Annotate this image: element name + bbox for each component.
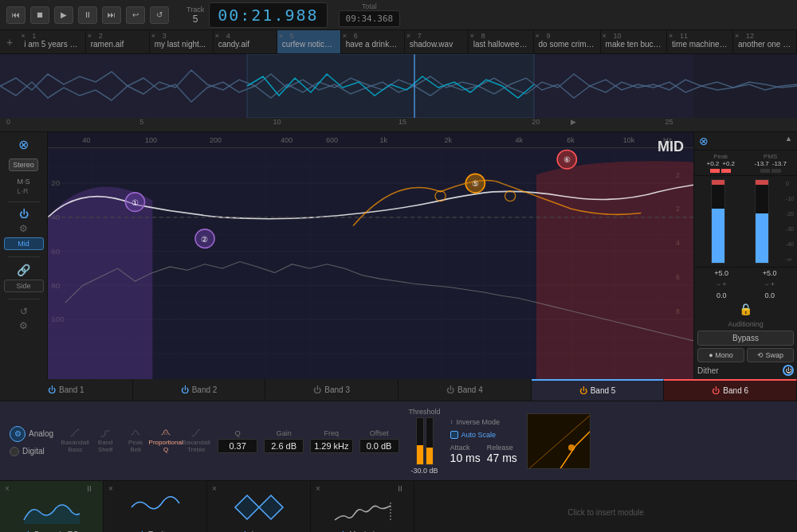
track-item-9[interactable]: × 9 do some crime...: [534, 30, 601, 53]
offset-value[interactable]: 0.0 dB: [359, 439, 399, 453]
module-maximizer[interactable]: × ⏸ ⏻ Maximizer: [311, 481, 414, 532]
bypass-button[interactable]: Bypass: [697, 331, 794, 346]
right-meter-bar[interactable]: [755, 179, 769, 264]
track-item-3[interactable]: × 3 my last night...: [150, 30, 214, 53]
play-button[interactable]: ▶: [54, 6, 73, 24]
track-item-1[interactable]: × 1 i am 5 years ol...: [19, 30, 85, 53]
track-name-2: ramen.aif: [91, 40, 144, 49]
track-item-7[interactable]: × 7 shadow.wav: [405, 30, 469, 53]
left-meter-bar[interactable]: [711, 179, 725, 264]
reset-icon[interactable]: ↺: [20, 306, 28, 317]
module-close-maximizer[interactable]: ×: [316, 484, 320, 493]
release-label: Release: [487, 444, 517, 452]
module-placeholder[interactable]: Click to insert module: [414, 481, 797, 532]
track-item-6[interactable]: × 6 have a drink.aif: [341, 30, 405, 53]
track-close-11[interactable]: ×: [669, 32, 673, 40]
waveform-area[interactable]: [0, 54, 797, 118]
stop-button[interactable]: ⏹: [30, 6, 49, 24]
gain-plus-left[interactable]: +: [722, 280, 726, 288]
module-pause-dynamic-eq[interactable]: ⏸: [85, 484, 93, 493]
track-close-6[interactable]: ×: [343, 32, 347, 40]
band-tab-6[interactable]: ⏻ Band 6: [664, 379, 797, 401]
side-button[interactable]: Side: [4, 280, 44, 292]
settings2-icon[interactable]: ⚙: [19, 320, 28, 331]
power-icon-main[interactable]: ⏻: [19, 209, 29, 220]
eq-display[interactable]: 40 100 200 400 600 1k 2k 4k 6k 10k Hz MI…: [48, 132, 693, 379]
track-item-4[interactable]: × 4 candy.aif: [214, 30, 277, 53]
side-link-icon[interactable]: 🔗: [17, 264, 30, 276]
analog-option[interactable]: ⚙ Analog: [10, 426, 53, 442]
analog-icon[interactable]: ⚙: [10, 426, 26, 442]
mid-button[interactable]: Mid: [4, 237, 44, 250]
auto-scale-checkbox[interactable]: [450, 431, 458, 439]
track-close-4[interactable]: ×: [215, 32, 219, 40]
module-pause-maximizer[interactable]: ⏸: [396, 484, 404, 493]
band4-power-icon[interactable]: ⏻: [446, 385, 454, 394]
band6-power-icon[interactable]: ⏻: [712, 386, 720, 395]
gain-value[interactable]: 2.6 dB: [264, 439, 304, 453]
module-close-dynamic-eq[interactable]: ×: [5, 484, 10, 493]
rewind-button[interactable]: ⏮: [6, 6, 26, 24]
freq-value[interactable]: 1.29 kHz: [310, 439, 352, 453]
shape-proportional-q[interactable]: ProportionalQ: [154, 429, 178, 453]
track-item-11[interactable]: × 11 time machine.aif: [667, 30, 733, 53]
track-item-10[interactable]: × 10 make ten buck...: [601, 30, 667, 53]
band-tab-2[interactable]: ⏻ Band 2: [133, 379, 266, 401]
track-item-12[interactable]: × 12 another one f...: [733, 30, 797, 53]
band1-power-icon[interactable]: ⏻: [48, 385, 56, 394]
band5-power-icon[interactable]: ⏻: [579, 386, 587, 395]
mono-button[interactable]: ● Mono: [697, 348, 744, 362]
release-param: Release 47 ms: [487, 444, 517, 464]
track-item-8[interactable]: × 8 last halloween...: [469, 30, 534, 53]
module-close-exciter[interactable]: ×: [108, 484, 113, 493]
shape-peak-bell[interactable]: PeakBell: [124, 429, 147, 453]
inverse-mode-toggle[interactable]: ↕ Inverse Mode: [450, 418, 517, 426]
auto-scale-toggle[interactable]: Auto Scale: [450, 431, 517, 439]
gain-minus-left[interactable]: −: [717, 280, 720, 288]
track-close-12[interactable]: ×: [735, 32, 739, 40]
stereo-icon[interactable]: ⊗: [18, 137, 29, 152]
q-value[interactable]: 0.37: [218, 439, 257, 453]
loop-button[interactable]: ↩: [126, 6, 145, 24]
module-dynamic-eq[interactable]: × ⏸ ⏻ Dynamic EQ: [0, 481, 104, 532]
band-tab-3[interactable]: ⏻ Band 3: [265, 379, 398, 401]
pause-button[interactable]: ⏸: [78, 6, 97, 24]
track-close-1[interactable]: ×: [21, 32, 25, 40]
shape-baxandall-treble[interactable]: BaxandallTreble: [184, 429, 208, 453]
digital-option[interactable]: Digital: [10, 447, 53, 456]
gain-plus-right[interactable]: +: [771, 280, 775, 288]
band2-power-icon[interactable]: ⏻: [181, 385, 189, 394]
repeat-button[interactable]: ↺: [150, 6, 169, 24]
track-close-7[interactable]: ×: [406, 32, 410, 40]
stereo-link-icon[interactable]: ⊗: [699, 135, 709, 147]
track-close-5[interactable]: ×: [279, 32, 283, 40]
swap-button[interactable]: ⟲ Swap: [747, 348, 794, 362]
band-tab-5[interactable]: ⏻ Band 5: [532, 379, 665, 401]
track-close-9[interactable]: ×: [536, 32, 540, 40]
track-close-8[interactable]: ×: [470, 32, 474, 40]
release-value[interactable]: 47 ms: [487, 452, 517, 464]
band-tab-1[interactable]: ⏻ Band 1: [0, 379, 133, 401]
track-close-3[interactable]: ×: [151, 32, 155, 40]
band-tab-4[interactable]: ⏻ Band 4: [398, 379, 532, 401]
track-item-2[interactable]: × 2 ramen.aif: [86, 30, 150, 53]
track-close-2[interactable]: ×: [88, 32, 92, 40]
panel-arrow-up[interactable]: ▲: [785, 135, 792, 147]
module-imager[interactable]: × ⏻ Imager: [207, 481, 311, 532]
settings-icon[interactable]: ⚙: [19, 223, 28, 234]
add-track-button[interactable]: +: [0, 30, 19, 53]
module-close-imager[interactable]: ×: [212, 484, 217, 493]
module-exciter[interactable]: × ⏻ Exciter: [104, 481, 207, 532]
band3-power-icon[interactable]: ⏻: [313, 385, 321, 394]
track-label: Track: [186, 6, 204, 14]
shape-baxandall-bass[interactable]: BaxandallBass: [63, 429, 87, 453]
digital-radio[interactable]: [10, 447, 19, 456]
attack-value[interactable]: 10 ms: [450, 452, 481, 464]
dither-power-button[interactable]: ⏻: [783, 365, 794, 376]
forward-button[interactable]: ⏭: [102, 6, 121, 24]
gain-minus-right[interactable]: −: [764, 280, 768, 288]
track-item-5[interactable]: × 5 curfew notice...: [277, 30, 341, 53]
shape-band-shelf[interactable]: BandShelf: [93, 429, 117, 453]
track-close-10[interactable]: ×: [603, 32, 607, 40]
lock-icon[interactable]: 🔒: [739, 303, 752, 315]
